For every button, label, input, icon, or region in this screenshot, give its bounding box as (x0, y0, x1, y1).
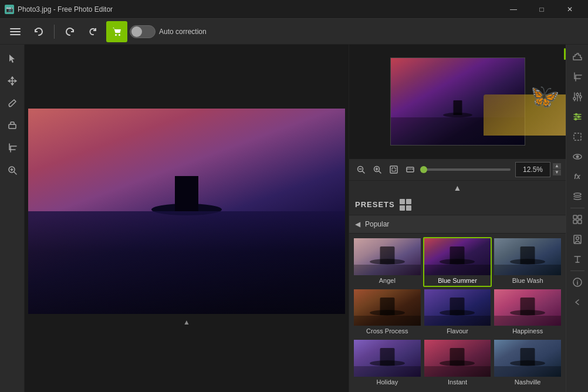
crop-tool-left-button[interactable] (2, 137, 23, 158)
svg-point-15 (575, 114, 577, 116)
thumb-reflection-blue-summer (424, 265, 491, 275)
text-button[interactable] (569, 251, 586, 268)
zoom-increment-button[interactable]: ▲ (553, 163, 561, 169)
presets-grid-view-button[interactable] (400, 199, 411, 211)
preset-item-flavour[interactable]: Flavour (423, 288, 492, 338)
minimize-button[interactable]: — (500, 0, 527, 19)
thumb-castle-blue-wash (521, 246, 535, 264)
thumb-castle-nashville (521, 348, 535, 366)
water-reflection (28, 211, 345, 314)
svg-rect-23 (578, 215, 582, 219)
svg-rect-24 (573, 220, 577, 224)
canvas-image (28, 109, 345, 314)
brush-tool-button[interactable] (2, 93, 23, 114)
menu-button[interactable] (5, 21, 26, 42)
zoom-out-button[interactable] (354, 163, 368, 177)
actual-size-button[interactable] (403, 163, 417, 177)
presets-label: PRESETS (355, 200, 395, 209)
adjust-button[interactable] (569, 108, 586, 126)
portrait-button[interactable] (569, 231, 586, 248)
cart-button[interactable] (106, 21, 127, 42)
tune-button[interactable] (569, 88, 586, 106)
preset-item-nashville[interactable]: Nashville (493, 339, 562, 388)
butterfly-area: 🦋 (484, 77, 566, 136)
zoom-slider-handle[interactable] (420, 166, 427, 173)
app-icon: 📷 (5, 5, 14, 14)
preview-area: 🦋 (349, 45, 566, 159)
thumb-castle-happiness (521, 298, 535, 315)
preset-name-angel: Angel (354, 275, 421, 286)
popular-section-header[interactable]: ◀ Popular (349, 215, 566, 234)
preset-thumb-holiday (354, 340, 421, 377)
auto-correction-toggle: Auto correction (130, 25, 207, 38)
popular-label: Popular (365, 220, 389, 228)
svg-rect-10 (390, 166, 397, 173)
fit-button[interactable] (387, 163, 401, 177)
preset-item-angel[interactable]: Angel (353, 237, 422, 287)
zoom-decrement-button[interactable]: ▼ (553, 170, 561, 175)
zoom-value-display: 12.5% (515, 162, 550, 177)
zoom-slider[interactable] (422, 168, 511, 171)
grid-cell-1 (400, 199, 405, 204)
thumb-castle-holiday (380, 348, 394, 366)
active-tool-indicator (564, 48, 566, 60)
window-title: Photo3.jpg - Free Photo Editor (18, 5, 500, 13)
thumb-reflection-angel (354, 265, 421, 275)
redo2-button[interactable] (83, 21, 104, 42)
toolbar: Auto correction (0, 19, 588, 45)
window-controls: — □ ✕ (500, 0, 583, 19)
grid-view-button[interactable] (569, 211, 586, 228)
preset-item-instant[interactable]: Instant (423, 339, 492, 388)
select-tool-button[interactable] (2, 48, 23, 69)
preset-name-blue-summer: Blue Summer (424, 275, 491, 286)
panel-collapse-button[interactable]: ▲ (349, 181, 566, 195)
effects-button[interactable]: fx (569, 168, 586, 185)
svg-rect-11 (407, 167, 414, 172)
erase-tool-button[interactable] (2, 115, 23, 136)
thumb-castle-cross-process (380, 298, 394, 315)
svg-rect-1 (10, 31, 21, 32)
castle-silhouette (175, 176, 198, 211)
expand-panel-button[interactable] (569, 293, 586, 311)
histogram-button[interactable] (569, 48, 586, 66)
right-sidebar: fx (566, 45, 588, 392)
canvas-area[interactable]: ▲ (25, 45, 349, 392)
undo-button[interactable] (28, 21, 49, 42)
thumb-reflection-cross-process (354, 316, 421, 326)
presets-header: PRESETS (349, 195, 566, 215)
sidebar-divider (570, 208, 584, 208)
preset-item-cross-process[interactable]: Cross Process (353, 288, 422, 338)
preset-name-happiness: Happiness (494, 326, 561, 336)
thumb-reflection-flavour (424, 316, 491, 326)
redeye-button[interactable] (569, 148, 586, 165)
canvas-bottom-bar: ▲ (25, 316, 349, 328)
preset-item-blue-summer[interactable]: Blue Summer (423, 237, 492, 287)
thumb-castle-flavour (450, 298, 465, 315)
zoom-in-button[interactable] (370, 163, 384, 177)
info-button[interactable] (569, 273, 586, 291)
preset-item-happiness[interactable]: Happiness (493, 288, 562, 338)
preset-item-holiday[interactable]: Holiday (353, 339, 422, 388)
right-panel: 🦋 (349, 45, 566, 392)
preset-name-holiday: Holiday (354, 377, 421, 387)
auto-correction-switch[interactable] (130, 25, 156, 38)
selection-button[interactable] (569, 128, 586, 146)
preset-name-blue-wash: Blue Wash (494, 275, 561, 286)
preset-thumb-flavour (424, 289, 491, 326)
redo-button[interactable] (59, 21, 80, 42)
close-button[interactable]: ✕ (556, 0, 583, 19)
svg-rect-0 (10, 28, 21, 29)
left-tools-panel (0, 45, 25, 392)
preset-thumb-cross-process (354, 289, 421, 326)
layers-button[interactable] (569, 188, 586, 205)
svg-rect-25 (578, 220, 582, 224)
preset-thumb-blue-wash (494, 238, 561, 275)
grid-cell-2 (406, 199, 411, 204)
zoom-tool-button[interactable] (2, 160, 23, 181)
effects-label: fx (574, 173, 580, 181)
maximize-button[interactable]: □ (528, 0, 555, 19)
thumb-reflection-happiness (494, 316, 561, 326)
crop-button[interactable] (569, 68, 586, 86)
preset-item-blue-wash[interactable]: Blue Wash (493, 237, 562, 287)
move-tool-button[interactable] (2, 70, 23, 92)
